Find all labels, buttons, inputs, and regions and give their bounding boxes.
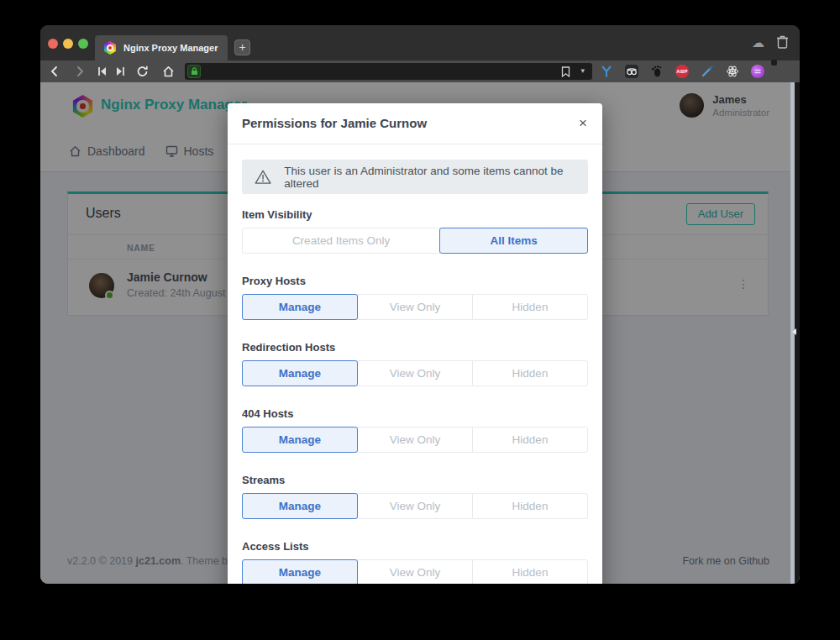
lock-badge-icon: [771, 60, 777, 66]
proxy-hosts-option-hidden[interactable]: Hidden: [472, 294, 588, 320]
close-icon[interactable]: ×: [574, 114, 592, 133]
browser-tab[interactable]: Nginx Proxy Manager: [95, 35, 228, 60]
warning-triangle-icon: [255, 169, 271, 185]
visibility-group: Created Items OnlyAll Items: [242, 228, 588, 254]
secure-lock-icon[interactable]: [187, 65, 201, 78]
404-hosts-option-manage[interactable]: Manage: [242, 427, 358, 453]
streams-option-view-only[interactable]: View Only: [357, 493, 473, 519]
streams-group: ManageView OnlyHidden: [242, 493, 588, 519]
minimize-window-button[interactable]: [63, 39, 73, 49]
forward-button[interactable]: [74, 66, 86, 77]
access-lists-option-hidden[interactable]: Hidden: [472, 559, 588, 584]
redirection-hosts-label: Redirection Hosts: [242, 341, 588, 354]
pen-extension-icon[interactable]: [701, 65, 714, 78]
proxy-hosts-option-view-only[interactable]: View Only: [357, 294, 473, 320]
purple-ball-extension-icon[interactable]: [751, 65, 764, 78]
access-lists-option-manage[interactable]: Manage: [242, 559, 358, 584]
streams-label: Streams: [242, 474, 588, 486]
proxy-hosts-label: Proxy Hosts: [242, 275, 588, 287]
desktop: Nginx Proxy Manager + ☁: [0, 0, 840, 640]
address-bar[interactable]: ▾: [185, 63, 592, 80]
streams-option-manage[interactable]: Manage: [242, 493, 358, 519]
hook-extension-icon[interactable]: [600, 65, 613, 78]
fast-forward-button[interactable]: [115, 66, 126, 76]
tab-title: Nginx Proxy Manager: [123, 43, 218, 53]
permission-groups: Proxy Hosts ManageView OnlyHidden Redire…: [242, 275, 588, 584]
adblock-plus-extension-icon[interactable]: ABP: [675, 65, 689, 78]
panel-toggle-arrow-icon[interactable]: [792, 328, 796, 335]
404-hosts-option-hidden[interactable]: Hidden: [472, 427, 588, 453]
favicon-nginx-proxy-manager: [103, 41, 117, 55]
new-tab-button[interactable]: +: [234, 39, 250, 55]
close-window-button[interactable]: [48, 39, 58, 49]
browser-toolbar: ▾ ABP: [40, 60, 800, 82]
zoom-window-button[interactable]: [78, 39, 88, 49]
access-lists-group: ManageView OnlyHidden: [242, 559, 588, 584]
admin-warning-banner: This user is an Administrator and some i…: [242, 160, 588, 194]
bookmark-dropdown-caret[interactable]: ▾: [580, 66, 585, 75]
browser-tab-bar: Nginx Proxy Manager + ☁: [40, 25, 800, 60]
gnome-foot-extension-icon[interactable]: [650, 65, 664, 78]
404-hosts-label: 404 Hosts: [242, 407, 588, 420]
streams-option-hidden[interactable]: Hidden: [472, 493, 588, 519]
access-lists-label: Access Lists: [242, 540, 588, 553]
sync-cloud-icon[interactable]: ☁: [752, 35, 764, 50]
warning-text: This user is an Administrator and some i…: [284, 165, 588, 190]
trash-icon[interactable]: [776, 34, 789, 52]
item-visibility-label: Item Visibility: [242, 208, 588, 221]
access-lists-option-view-only[interactable]: View Only: [357, 559, 473, 584]
modal-title: Permissions for Jamie Curnow: [242, 116, 427, 130]
rewind-button[interactable]: [97, 66, 108, 76]
mask-extension-icon[interactable]: [625, 65, 638, 78]
item-visibility-option-created-items-only[interactable]: Created Items Only: [242, 228, 440, 254]
browser-window: Nginx Proxy Manager + ☁: [40, 25, 800, 584]
item-visibility-group: Item Visibility Created Items OnlyAll It…: [242, 208, 588, 254]
permissions-modal: Permissions for Jamie Curnow × This user…: [228, 103, 602, 584]
redirection-hosts-option-hidden[interactable]: Hidden: [472, 360, 588, 386]
proxy-hosts-group: ManageView OnlyHidden: [242, 294, 588, 320]
404-hosts-option-view-only[interactable]: View Only: [357, 427, 473, 453]
page-viewport: Nginx Proxy Manager James Administrator …: [40, 82, 800, 584]
404-hosts-group: ManageView OnlyHidden: [242, 427, 588, 453]
reload-button[interactable]: [136, 66, 149, 78]
home-button[interactable]: [162, 66, 175, 77]
redirection-hosts-option-manage[interactable]: Manage: [242, 360, 358, 386]
bookmark-icon[interactable]: [561, 66, 570, 81]
back-button[interactable]: [49, 66, 60, 77]
redirection-hosts-option-view-only[interactable]: View Only: [357, 360, 473, 386]
redirection-hosts-group: ManageView OnlyHidden: [242, 360, 588, 386]
item-visibility-option-all-items[interactable]: All Items: [439, 228, 588, 254]
atom-extension-icon[interactable]: [726, 65, 739, 78]
proxy-hosts-option-manage[interactable]: Manage: [242, 294, 358, 320]
